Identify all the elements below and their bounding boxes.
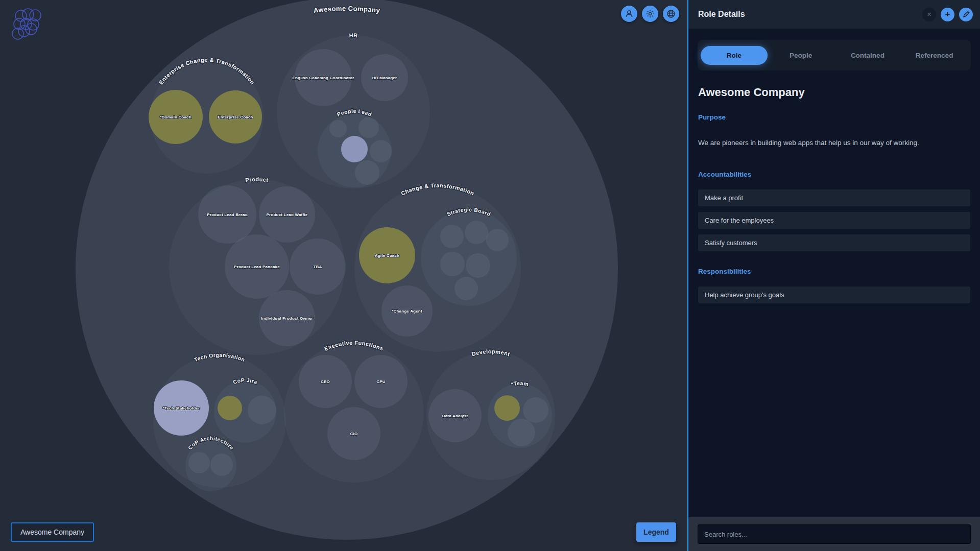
person-icon: [625, 9, 634, 18]
responsibility-item[interactable]: Help achieve group's goals: [698, 286, 970, 303]
gear-icon: [646, 9, 655, 18]
role-title: Awesome Company: [698, 86, 970, 99]
label-individual-product-owner: Individual Product Owner: [261, 316, 313, 321]
circle-strategic-board-seat[interactable]: [486, 229, 509, 251]
purpose-heading: Purpose: [698, 113, 970, 121]
label-data-analyst: Data Analyst: [442, 414, 468, 418]
label-change-agent: *Change Agent: [392, 309, 422, 314]
circle-strategic-board-seat[interactable]: [465, 221, 488, 244]
panel-title: Role Details: [698, 10, 745, 19]
panel-header: Role Details × +: [688, 0, 980, 29]
settings-button[interactable]: [642, 6, 658, 22]
tab-role[interactable]: Role: [701, 46, 768, 65]
circle-strategic-board-seat[interactable]: [440, 252, 465, 276]
accountabilities-list: Make a profit Care for the employees Sat…: [698, 189, 970, 251]
breadcrumb-root-button[interactable]: Awesome Company: [11, 522, 94, 542]
label-tba: TBA: [313, 265, 322, 269]
label-enterprise-coach: Enterprise Coach: [218, 115, 253, 119]
circle-cop-architecture-seat[interactable]: [188, 452, 210, 473]
role-details-panel: Role Details × + Role People Contained R…: [687, 0, 980, 551]
label-hr-manager: HR Manager: [372, 76, 397, 80]
circle-cop-architecture-seat[interactable]: [210, 453, 233, 476]
circle-people-lead-member[interactable]: [341, 136, 368, 162]
circle-people-lead-seat[interactable]: [370, 140, 392, 162]
accountability-item[interactable]: Satisfy customers: [698, 234, 970, 251]
circle-team-seat[interactable]: [508, 419, 535, 446]
close-button[interactable]: ×: [922, 8, 936, 21]
app-root: Awesome Company HR Enterprise Change & T…: [0, 0, 980, 551]
org-map-canvas: Awesome Company HR Enterprise Change & T…: [0, 0, 687, 551]
add-button[interactable]: +: [941, 8, 954, 21]
language-button[interactable]: [663, 6, 679, 22]
tab-referenced[interactable]: Referenced: [901, 46, 968, 65]
circles-logo-icon: [12, 9, 41, 39]
label-ceo: CEO: [321, 379, 330, 384]
accountability-item[interactable]: Care for the employees: [698, 212, 970, 229]
circle-team-seat[interactable]: [523, 397, 548, 423]
pencil-icon: [963, 11, 970, 18]
label-product-lead-bread: Product Lead Bread: [207, 212, 248, 217]
canvas-toolbar: [621, 6, 679, 22]
circle-people-lead-seat[interactable]: [355, 160, 379, 185]
circle-team-member[interactable]: [494, 395, 520, 421]
circle-strategic-board-seat[interactable]: [466, 253, 490, 278]
edit-button[interactable]: [959, 8, 973, 21]
circle-cop-jira-seat[interactable]: [248, 396, 276, 424]
legend-button[interactable]: Legend: [636, 522, 676, 542]
accountability-item[interactable]: Make a profit: [698, 189, 970, 206]
accountabilities-heading: Accountabilities: [698, 171, 970, 178]
tab-contained[interactable]: Contained: [834, 46, 901, 65]
tab-people[interactable]: People: [768, 46, 834, 65]
plus-icon: +: [945, 9, 950, 19]
label-cio: CIO: [350, 432, 358, 436]
circle-people-lead-seat[interactable]: [358, 117, 379, 138]
globe-icon: [666, 9, 676, 18]
label-cpu: CPU: [376, 379, 386, 384]
label-english-coaching-coordinator: English Coaching Coordinator: [292, 76, 354, 80]
circle-strategic-board-seat[interactable]: [440, 225, 464, 248]
circle-strategic-board-seat[interactable]: [455, 277, 478, 300]
account-button[interactable]: [621, 6, 637, 22]
panel-footer: [688, 517, 980, 551]
label-product: Product: [245, 176, 269, 183]
panel-actions: × +: [922, 8, 973, 21]
circle-cop-jira-member[interactable]: [218, 396, 242, 420]
search-roles-input[interactable]: [698, 524, 971, 544]
label-domain-coach: *Domain Coach: [160, 115, 192, 119]
label-product-lead-waffle: Product Lead Waffle: [267, 212, 308, 217]
detail-tabs: Role People Contained Referenced: [698, 40, 971, 70]
close-icon: ×: [927, 10, 931, 18]
circle-pack-map: Awesome Company HR Enterprise Change & T…: [0, 0, 687, 551]
responsibilities-heading: Responsibilities: [698, 268, 970, 275]
responsibilities-list: Help achieve group's goals: [698, 286, 970, 303]
label-agile-coach: Agile Coach: [375, 253, 399, 258]
app-logo[interactable]: [5, 3, 46, 44]
label-tech-stakeholder: *Tech Stakeholder: [163, 406, 200, 411]
circle-people-lead-seat[interactable]: [329, 120, 347, 137]
purpose-text: We are pioneers in building web apps tha…: [698, 138, 970, 148]
label-product-lead-pancake: Product Lead Pancake: [234, 265, 280, 269]
